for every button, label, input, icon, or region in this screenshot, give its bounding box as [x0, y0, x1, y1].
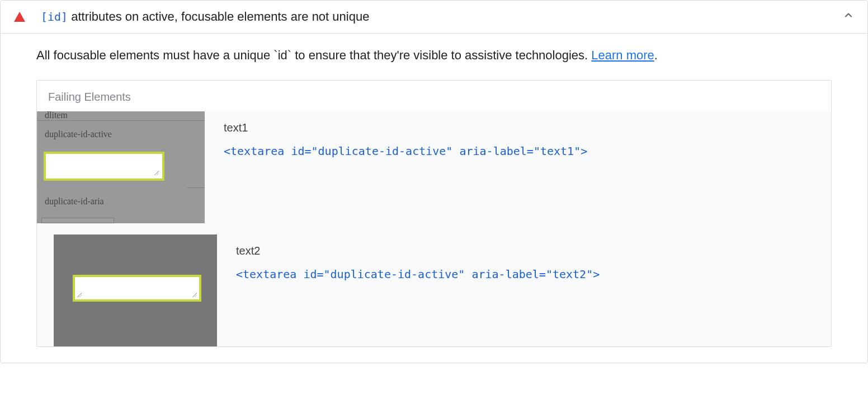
- failing-item-snippet: <textarea id="duplicate-id-active" aria-…: [224, 144, 587, 158]
- failing-item-details: text1 <textarea id="duplicate-id-active"…: [224, 111, 587, 158]
- failing-item[interactable]: dlitem duplicate-id-active duplicate-id-…: [37, 111, 831, 234]
- audit-title-text: attributes on active, focusable elements…: [71, 10, 369, 24]
- failing-elements-list: dlitem duplicate-id-active duplicate-id-…: [37, 111, 831, 346]
- learn-more-link[interactable]: Learn more: [591, 48, 654, 62]
- failing-elements-panel: Failing Elements dlitem duplicate-id-act…: [36, 80, 832, 347]
- audit-body: All focusable elements must have a uniqu…: [1, 34, 867, 363]
- element-thumbnail: [54, 234, 217, 346]
- audit-title: [id] attributes on active, focusable ele…: [41, 10, 843, 24]
- highlighted-element: [73, 275, 201, 302]
- highlighted-element: [44, 152, 164, 181]
- audit-description: All focusable elements must have a uniqu…: [36, 47, 832, 64]
- audit-item: [id] attributes on active, focusable ele…: [0, 0, 868, 363]
- failing-item-label: text2: [236, 245, 600, 257]
- audit-header[interactable]: [id] attributes on active, focusable ele…: [1, 1, 867, 34]
- element-thumbnail: dlitem duplicate-id-active duplicate-id-…: [37, 111, 205, 223]
- error-triangle-icon: [14, 12, 25, 22]
- description-text: All focusable elements must have a uniqu…: [36, 48, 591, 62]
- failing-item-snippet: <textarea id="duplicate-id-active" aria-…: [236, 267, 600, 281]
- chevron-up-icon[interactable]: [843, 10, 854, 24]
- failing-elements-heading: Failing Elements: [37, 81, 831, 111]
- failing-item-label: text1: [224, 121, 587, 134]
- audit-code-badge: [id]: [41, 10, 68, 24]
- failing-item[interactable]: text2 <textarea id="duplicate-id-active"…: [37, 234, 831, 346]
- failing-item-details: text2 <textarea id="duplicate-id-active"…: [236, 234, 600, 281]
- description-period: .: [654, 48, 658, 62]
